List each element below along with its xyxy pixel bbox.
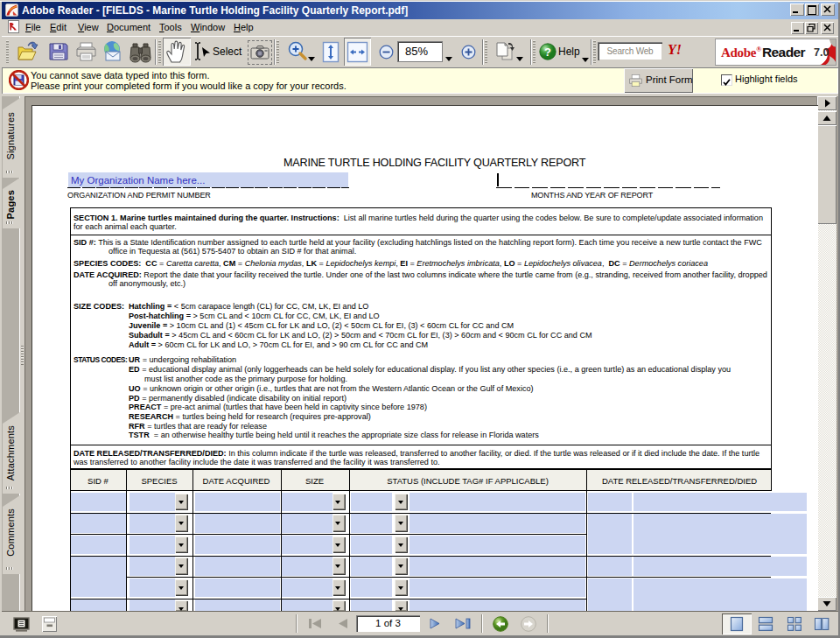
svg-text:?: ? — [544, 46, 551, 59]
